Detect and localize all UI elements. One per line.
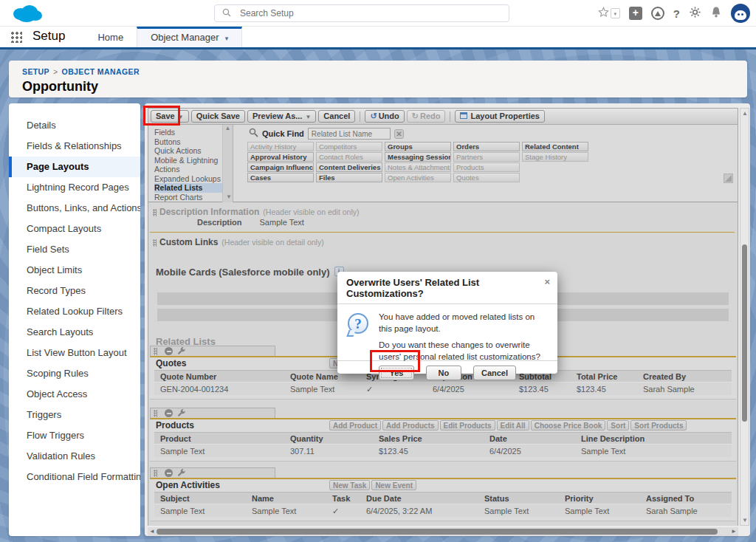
related-list-tab <box>150 408 275 418</box>
palette-category-buttons[interactable]: Buttons <box>154 137 222 147</box>
sidebar-item-field-sets[interactable]: Field Sets <box>9 239 140 260</box>
collapse-icon[interactable] <box>165 409 173 417</box>
scroll-down-icon[interactable]: ▼ <box>226 193 232 201</box>
palette-category-mobile-lightning-actions[interactable]: Mobile & Lightning Actions <box>154 156 222 174</box>
palette-resize-handle[interactable] <box>724 174 733 183</box>
close-icon[interactable]: × <box>544 277 550 287</box>
palette-category-report-charts[interactable]: Report Charts <box>154 193 222 202</box>
related-list-open-activities: Open Activities New Task New Event Subje… <box>150 478 736 521</box>
add-products-button: Add Products <box>382 420 439 430</box>
sidebar-item-record-types[interactable]: Record Types <box>9 281 140 301</box>
sidebar-item-compact-layouts[interactable]: Compact Layouts <box>9 219 140 239</box>
nav-underline <box>0 47 756 49</box>
breadcrumb-setup-link[interactable]: SETUP <box>22 67 49 76</box>
palette-item-notes-attachments: Notes & Attachments <box>385 162 451 172</box>
sidebar-item-related-lookup-filters[interactable]: Related Lookup Filters <box>9 301 140 322</box>
sidebar-item-scoping-rules[interactable]: Scoping Rules <box>9 363 140 384</box>
sidebar-item-fields-relationships[interactable]: Fields & Relationships <box>9 136 140 157</box>
app-launcher-icon[interactable] <box>10 31 22 43</box>
preview-as-dropdown-icon[interactable]: ▼ <box>305 114 311 120</box>
drag-handle-icon[interactable] <box>153 209 157 216</box>
save-button[interactable]: Save▼ <box>151 110 189 123</box>
sidebar-item-list-view-button-layout[interactable]: List View Button Layout <box>9 343 140 363</box>
sidebar-item-flow-triggers[interactable]: Flow Triggers <box>9 425 140 446</box>
vertical-scrollbar[interactable]: ▲ ▼ <box>740 108 749 526</box>
palette-item-files[interactable]: Files <box>316 173 382 182</box>
no-button[interactable]: No <box>426 366 461 380</box>
yes-button[interactable]: Yes <box>379 366 414 380</box>
object-sidebar: Details Fields & Relationships Page Layo… <box>9 103 140 536</box>
guidance-icon[interactable] <box>651 7 664 20</box>
palette-item-messaging-sessions[interactable]: Messaging Sessions <box>385 152 451 162</box>
cancel-button[interactable]: Cancel <box>473 366 516 380</box>
sidebar-item-conditional-field-formatting[interactable]: Conditional Field Formatting <box>9 467 140 487</box>
related-list-title: Open Activities <box>156 480 220 490</box>
sidebar-item-validation-rules[interactable]: Validation Rules <box>9 446 140 467</box>
drag-handle-icon[interactable] <box>153 239 157 247</box>
undo-button[interactable]: ↺Undo <box>365 110 404 123</box>
palette-item-approval-history[interactable]: Approval History <box>247 152 314 162</box>
vertical-scrollbar-thumb[interactable] <box>742 244 747 422</box>
search-icon <box>222 7 231 20</box>
notifications-icon[interactable] <box>710 6 722 21</box>
sidebar-item-search-layouts[interactable]: Search Layouts <box>9 322 140 343</box>
drag-handle-icon[interactable] <box>154 470 157 477</box>
favorites-icon[interactable] <box>598 7 609 21</box>
quick-save-button[interactable]: Quick Save <box>191 110 245 123</box>
preview-as-button[interactable]: Preview As...▼ <box>247 110 316 123</box>
sidebar-item-page-layouts[interactable]: Page Layouts <box>9 157 140 177</box>
redo-button[interactable]: ↻Redo <box>407 110 446 123</box>
palette-items-pane: Quick Find ✕ Activity History Approval H… <box>234 125 738 202</box>
clear-icon[interactable]: ✕ <box>394 129 404 139</box>
palette-item-content-deliveries[interactable]: Content Deliveries <box>316 162 382 172</box>
sidebar-item-object-limits[interactable]: Object Limits <box>9 260 140 281</box>
breadcrumb-object-manager-link[interactable]: OBJECT MANAGER <box>62 67 140 76</box>
tab-home[interactable]: Home <box>84 27 137 47</box>
avatar[interactable] <box>731 4 750 23</box>
palette-category-scrollbar[interactable]: ▲ ▼ <box>222 125 233 202</box>
drag-handle-icon[interactable] <box>154 348 157 355</box>
section-mobile-cards: Mobile Cards (Salesforce mobile only)i <box>156 267 344 278</box>
palette-item-campaign-influence[interactable]: Campaign Influence <box>247 162 314 172</box>
sidebar-item-lightning-record-pages[interactable]: Lightning Record Pages <box>9 177 140 198</box>
palette-category-fields[interactable]: Fields <box>154 128 222 137</box>
page-header-card: SETUP>OBJECT MANAGER Opportunity <box>9 61 747 97</box>
scroll-right-icon[interactable]: ► <box>731 528 737 535</box>
scroll-up-icon[interactable]: ▲ <box>742 110 748 117</box>
horizontal-scrollbar-thumb[interactable] <box>157 529 718 535</box>
palette-item-groups[interactable]: Groups <box>385 142 451 151</box>
palette-category-quick-actions[interactable]: Quick Actions <box>154 146 222 156</box>
collapse-icon[interactable] <box>165 347 173 355</box>
settings-icon[interactable] <box>689 6 701 21</box>
collapse-icon[interactable] <box>165 469 173 477</box>
sidebar-item-buttons-links-actions[interactable]: Buttons, Links, and Actions <box>9 198 140 219</box>
search-input[interactable] <box>238 7 482 19</box>
setup-navbar: Setup Home Object Manager▾ <box>0 27 756 47</box>
favorites-dropdown-icon[interactable]: ▾ <box>611 8 620 18</box>
palette-category-expanded-lookups[interactable]: Expanded Lookups <box>154 174 222 184</box>
palette-category-related-lists[interactable]: Related Lists <box>154 183 222 193</box>
help-icon[interactable]: ? <box>673 7 680 20</box>
scroll-left-icon[interactable]: ◄ <box>149 528 155 535</box>
horizontal-scrollbar[interactable]: ◄ ► <box>148 527 738 536</box>
palette-item-orders[interactable]: Orders <box>453 142 520 151</box>
save-dropdown-icon[interactable]: ▼ <box>178 114 184 120</box>
edit-all-button: Edit All <box>497 420 529 430</box>
tab-object-manager[interactable]: Object Manager▾ <box>137 27 242 47</box>
breadcrumb-separator: > <box>53 67 58 76</box>
palette-item-related-content[interactable]: Related Content <box>522 142 588 151</box>
scroll-down-icon[interactable]: ▼ <box>742 517 748 524</box>
sidebar-item-object-access[interactable]: Object Access <box>9 384 140 405</box>
cancel-button[interactable]: Cancel <box>318 110 355 123</box>
scroll-up-icon[interactable]: ▲ <box>223 125 233 132</box>
quick-create-icon[interactable]: + <box>629 7 642 20</box>
drag-handle-icon[interactable] <box>154 410 157 417</box>
sidebar-item-details[interactable]: Details <box>9 115 140 136</box>
palette-item-cases[interactable]: Cases <box>247 173 314 182</box>
quick-find-input[interactable] <box>308 128 391 140</box>
section-divider <box>150 232 735 233</box>
layout-properties-button[interactable]: Layout Properties <box>455 110 545 123</box>
sidebar-item-triggers[interactable]: Triggers <box>9 405 140 425</box>
question-icon: ? <box>348 313 368 334</box>
dialog-body: ? You have added or moved related lists … <box>337 304 557 360</box>
